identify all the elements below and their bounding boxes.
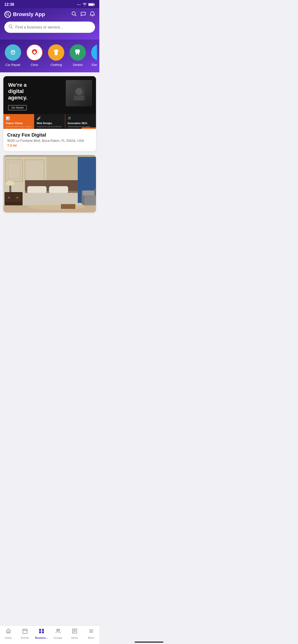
- svg-rect-38: [83, 190, 96, 195]
- svg-point-24: [8, 197, 10, 198]
- agency-cards-row: 📊 Future Vision. Understanding the futur…: [3, 114, 96, 129]
- status-bar: 12:38 •••: [0, 0, 99, 8]
- agency-headline: We're a digital agency.: [8, 82, 39, 101]
- logo-icon: [4, 11, 11, 18]
- seo-title: Innovative SEO.: [68, 122, 94, 124]
- dentist-icon: [70, 44, 86, 60]
- status-icons: •••: [77, 3, 95, 6]
- agency-card-seo: ⏱ Innovative SEO. Understanding the Leo …: [65, 114, 96, 129]
- agency-get-started-btn[interactable]: Get Started: [8, 105, 27, 110]
- app-logo: Browsly App: [4, 11, 45, 18]
- signal-dots-icon: •••: [77, 3, 81, 6]
- notification-icon[interactable]: [90, 11, 95, 18]
- web-design-text: Creativity has way less limits than the …: [37, 126, 63, 129]
- svg-rect-42: [95, 188, 96, 196]
- svg-rect-1: [94, 4, 95, 5]
- web-design-icon: 🚀: [37, 116, 63, 120]
- header-actions: [72, 11, 95, 18]
- business-name-crazy-fox: Crazy Fox Digital: [7, 132, 92, 138]
- app-title: Browsly App: [13, 11, 45, 18]
- agency-card-future-vision: 📊 Future Vision. Understanding the futur…: [3, 114, 34, 129]
- svg-rect-2: [89, 4, 94, 6]
- category-item-electronics[interactable]: Electronics: [91, 44, 97, 66]
- business-distance-crazy-fox: 7.3 mi: [7, 144, 92, 147]
- dentist-label: Dentist: [73, 63, 83, 66]
- category-item-dentist[interactable]: Dentist: [69, 44, 86, 66]
- svg-point-11: [13, 52, 14, 53]
- categories-scroll: Car Repair Clinic Clothing: [3, 44, 97, 66]
- svg-line-4: [8, 15, 9, 16]
- electronics-icon: [91, 44, 97, 60]
- svg-point-40: [27, 203, 85, 210]
- battery-icon: [88, 3, 95, 6]
- search-bar-icon: [9, 24, 13, 30]
- chat-icon[interactable]: [81, 11, 86, 18]
- search-icon[interactable]: [72, 11, 77, 18]
- web-design-title: Web Design.: [37, 122, 63, 124]
- electronics-label: Electronics: [92, 63, 97, 66]
- svg-rect-41: [61, 204, 75, 209]
- category-item-car-repair[interactable]: Car Repair: [4, 44, 22, 66]
- bedroom-svg: [3, 155, 96, 212]
- categories-section: Car Repair Clinic Clothing: [0, 40, 99, 72]
- clothing-icon: [48, 44, 64, 60]
- future-vision-icon: 📊: [6, 116, 32, 120]
- business-image-crazy-fox: We're a digital agency. Get Started: [3, 76, 96, 129]
- agency-card-web-design: 🚀 Web Design. Creativity has way less li…: [34, 114, 65, 129]
- car-repair-icon: [5, 44, 21, 60]
- seo-icon: ⏱: [68, 116, 94, 120]
- agency-header-area: We're a digital agency. Get Started: [3, 76, 96, 114]
- clothing-label: Clothing: [50, 63, 62, 66]
- search-input[interactable]: [15, 25, 91, 30]
- wifi-icon: [83, 3, 87, 6]
- svg-rect-35: [3, 155, 96, 157]
- svg-point-27: [6, 181, 15, 186]
- agency-bottom-bar: [82, 128, 96, 129]
- svg-rect-13: [33, 52, 36, 53]
- content-bottom-pad: [3, 216, 96, 238]
- category-item-clinic[interactable]: Clinic: [26, 44, 43, 66]
- svg-point-5: [72, 12, 75, 15]
- svg-point-7: [9, 25, 12, 28]
- svg-line-6: [75, 14, 77, 16]
- header-top: Browsly App: [4, 11, 95, 18]
- svg-point-25: [17, 197, 18, 198]
- status-time: 12:38: [4, 2, 14, 7]
- business-card-crazy-fox[interactable]: We're a digital agency. Get Started: [3, 76, 96, 151]
- future-vision-text: Understanding the future changes influen…: [6, 126, 32, 129]
- clinic-label: Clinic: [31, 63, 38, 66]
- category-item-clothing[interactable]: Clothing: [48, 44, 65, 66]
- business-info-crazy-fox: Crazy Fox Digital 9035 La Fontana Blvd, …: [3, 129, 96, 151]
- header: Browsly App: [0, 8, 99, 40]
- svg-rect-31: [49, 186, 68, 193]
- car-repair-label: Car Repair: [6, 63, 21, 66]
- svg-rect-30: [27, 186, 47, 193]
- future-vision-title: Future Vision.: [6, 122, 32, 124]
- search-bar[interactable]: [4, 22, 95, 33]
- business-address-crazy-fox: 9035 La Fontana Blvd, Boca Raton, FL 334…: [7, 139, 92, 142]
- svg-line-8: [12, 27, 13, 28]
- business-card-bedroom[interactable]: [3, 155, 96, 212]
- clinic-icon: [26, 44, 43, 60]
- digital-agency-bg: We're a digital agency. Get Started: [3, 76, 96, 129]
- main-content: We're a digital agency. Get Started: [0, 72, 99, 242]
- business-image-bedroom: [3, 155, 96, 212]
